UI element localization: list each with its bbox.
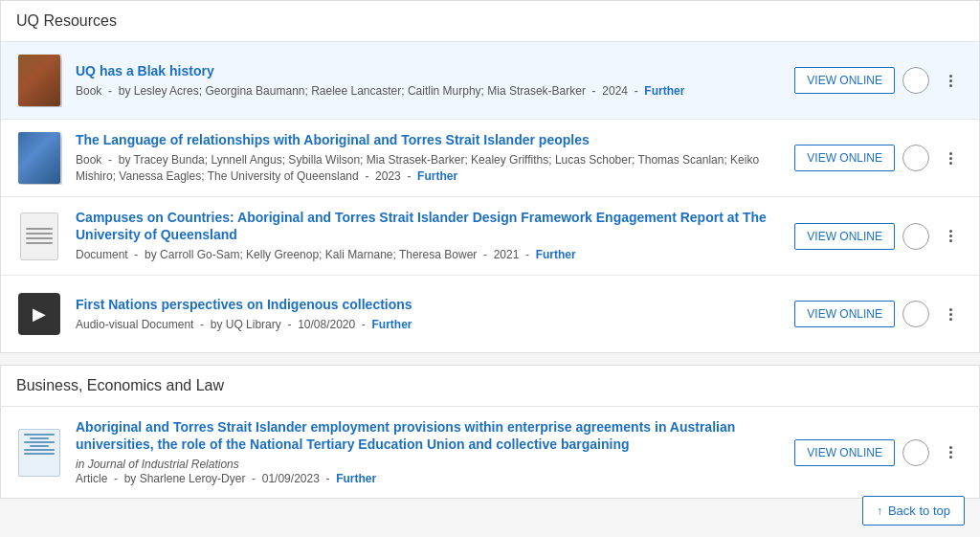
doc-line xyxy=(26,242,53,244)
document-icon xyxy=(20,213,58,260)
view-online-button[interactable]: VIEW ONLINE xyxy=(794,223,895,250)
result-item: UQ has a Blak history Book - by Lesley A… xyxy=(1,42,979,120)
item-actions: VIEW ONLINE xyxy=(794,145,964,171)
item-authors: by UQ Library xyxy=(211,318,281,331)
item-type: Document xyxy=(76,248,128,261)
item-authors: by Lesley Acres; Georgina Baumann; Raele… xyxy=(119,84,586,98)
dot xyxy=(949,84,952,87)
item-content: First Nations perspectives on Indigenous… xyxy=(76,296,783,333)
more-options-button[interactable] xyxy=(937,439,964,466)
doc-line xyxy=(26,228,53,230)
book-cover-icon xyxy=(18,55,60,106)
more-options-button[interactable] xyxy=(937,301,964,327)
item-thumbnail xyxy=(16,287,62,341)
item-authors: by Carroll Go-Sam; Kelly Greenop; Kali M… xyxy=(145,248,477,261)
dot xyxy=(949,75,952,78)
result-item: The Language of relationships with Abori… xyxy=(1,120,979,197)
back-to-top-label: Back to top xyxy=(888,503,950,518)
save-button[interactable] xyxy=(902,301,929,327)
article-icon xyxy=(18,429,60,477)
item-content: The Language of relationships with Abori… xyxy=(76,131,783,185)
dot xyxy=(949,446,952,449)
item-content: Aboriginal and Torres Strait Islander em… xyxy=(76,418,783,486)
dot xyxy=(949,162,952,165)
view-online-button[interactable]: VIEW ONLINE xyxy=(794,439,895,466)
save-button[interactable] xyxy=(902,223,929,250)
more-options-button[interactable] xyxy=(937,223,964,250)
bel-section-header: Business, Economics and Law xyxy=(1,366,979,407)
result-item: Campuses on Countries: Aboriginal and To… xyxy=(1,197,979,276)
result-item: First Nations perspectives on Indigenous… xyxy=(1,276,979,352)
dot xyxy=(949,308,952,311)
dot xyxy=(949,230,952,233)
doc-line xyxy=(26,237,53,239)
further-link[interactable]: Further xyxy=(417,169,457,183)
result-item: Aboriginal and Torres Strait Islander em… xyxy=(1,407,979,498)
item-authors: by Sharlene Leroy-Dyer xyxy=(124,472,246,485)
more-options-button[interactable] xyxy=(937,145,964,171)
item-thumbnail xyxy=(16,131,62,185)
item-title[interactable]: Campuses on Countries: Aboriginal and To… xyxy=(76,209,783,243)
item-content: Campuses on Countries: Aboriginal and To… xyxy=(76,209,783,263)
further-link[interactable]: Further xyxy=(372,318,412,331)
further-link[interactable]: Further xyxy=(644,84,684,98)
item-title[interactable]: UQ has a Blak history xyxy=(76,62,783,79)
item-meta: Book - by Lesley Acres; Georgina Baumann… xyxy=(76,83,783,100)
item-title[interactable]: The Language of relationships with Abori… xyxy=(76,131,783,148)
item-meta: Article - by Sharlene Leroy-Dyer - 01/09… xyxy=(76,471,783,487)
dot xyxy=(949,235,952,237)
dot xyxy=(949,239,952,242)
item-year: 2023 xyxy=(375,169,401,183)
back-to-top-container: ↑ Back to top xyxy=(847,484,980,537)
save-button[interactable] xyxy=(902,67,929,94)
article-line xyxy=(24,441,55,443)
dot xyxy=(949,451,952,454)
dot xyxy=(949,152,952,155)
book-cover-icon xyxy=(18,132,60,184)
item-date: 01/09/2023 xyxy=(262,472,320,485)
item-meta: Document - by Carroll Go-Sam; Kelly Gree… xyxy=(76,247,783,263)
item-type: Article xyxy=(76,472,107,485)
view-online-button[interactable]: VIEW ONLINE xyxy=(794,67,895,94)
item-type: Audio-visual Document xyxy=(76,318,193,331)
item-year: 2021 xyxy=(494,248,520,261)
bel-section: Business, Economics and Law Aboriginal a… xyxy=(0,365,980,499)
save-button[interactable] xyxy=(902,145,929,171)
item-actions: VIEW ONLINE xyxy=(794,223,964,250)
further-link[interactable]: Further xyxy=(336,472,376,485)
article-line xyxy=(30,437,49,439)
item-thumbnail xyxy=(16,54,62,107)
article-line xyxy=(30,445,49,447)
uq-resources-section: UQ Resources UQ has a Blak history Book … xyxy=(0,0,980,353)
article-line xyxy=(24,453,55,455)
item-date: 10/08/2020 xyxy=(298,318,355,331)
article-line xyxy=(24,434,55,436)
item-thumbnail xyxy=(16,210,62,263)
back-to-top-button[interactable]: ↑ Back to top xyxy=(862,496,965,526)
item-year: 2024 xyxy=(602,84,628,98)
dot xyxy=(949,157,952,160)
save-button[interactable] xyxy=(902,439,929,466)
item-type: Book xyxy=(76,84,101,98)
video-icon xyxy=(18,293,60,335)
item-meta: Book - by Tracey Bunda; Lynnell Angus; S… xyxy=(76,152,783,185)
dot xyxy=(949,456,952,459)
more-options-button[interactable] xyxy=(937,67,964,94)
uq-resources-header: UQ Resources xyxy=(1,1,979,42)
view-online-button[interactable]: VIEW ONLINE xyxy=(794,145,895,171)
dot xyxy=(949,313,952,316)
arrow-up-icon: ↑ xyxy=(877,504,882,518)
doc-line xyxy=(26,233,53,235)
item-content: UQ has a Blak history Book - by Lesley A… xyxy=(76,62,783,100)
item-title[interactable]: First Nations perspectives on Indigenous… xyxy=(76,296,783,313)
item-type: Book xyxy=(76,153,101,167)
further-link[interactable]: Further xyxy=(536,248,576,261)
view-online-button[interactable]: VIEW ONLINE xyxy=(794,301,895,327)
article-line xyxy=(24,449,55,451)
item-thumbnail xyxy=(16,426,62,480)
item-actions: VIEW ONLINE xyxy=(794,301,964,327)
journal-name: in Journal of Industrial Relations xyxy=(76,458,783,471)
item-actions: VIEW ONLINE xyxy=(794,439,964,466)
item-actions: VIEW ONLINE xyxy=(794,67,964,94)
item-title[interactable]: Aboriginal and Torres Strait Islander em… xyxy=(76,418,783,453)
